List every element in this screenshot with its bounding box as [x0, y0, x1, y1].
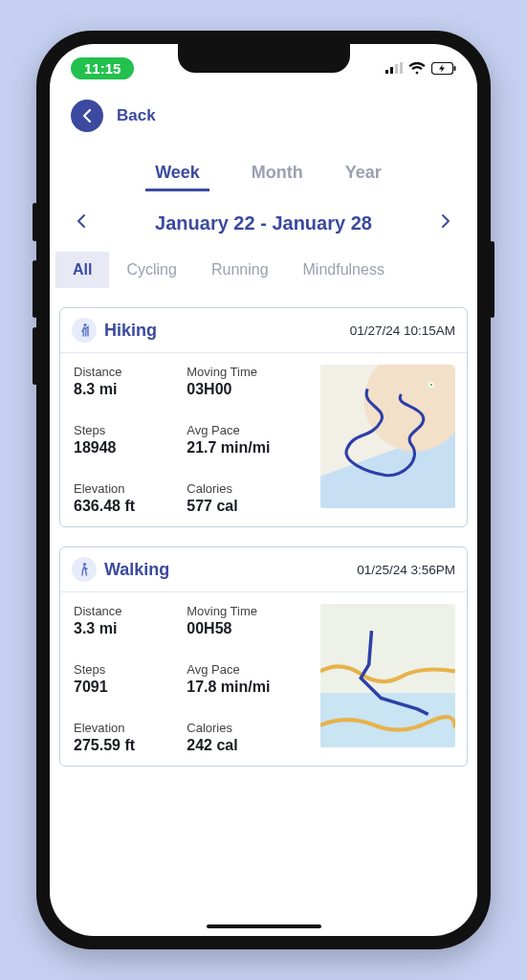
- stat-steps: Steps 18948: [74, 423, 177, 457]
- activity-list[interactable]: Hiking 01/27/24 10:15AM Distance 8.3 mi …: [50, 294, 477, 936]
- nav-header: Back: [50, 86, 477, 144]
- status-icons: [385, 62, 456, 75]
- screen: 11:15 Back Week Month Year January: [50, 44, 477, 936]
- filter-tab-all[interactable]: All: [55, 252, 109, 288]
- chevron-left-icon: [82, 109, 92, 122]
- phone-frame: 11:15 Back Week Month Year January: [36, 31, 491, 949]
- activity-title: Hiking: [104, 321, 157, 341]
- activity-timestamp: 01/27/24 10:15AM: [350, 323, 455, 338]
- home-indicator[interactable]: [207, 924, 321, 928]
- map-thumbnail[interactable]: [320, 365, 455, 508]
- mute-switch[interactable]: [33, 203, 37, 241]
- route-path-icon: [320, 365, 455, 500]
- cellular-icon: [385, 62, 403, 74]
- svg-rect-3: [400, 62, 403, 74]
- notch: [178, 44, 350, 73]
- activity-filter-tabs: All Cycling Running Mindfulness: [50, 246, 477, 294]
- svg-rect-5: [454, 66, 456, 71]
- stat-distance: Distance 8.3 mi: [74, 365, 177, 398]
- filter-tab-running[interactable]: Running: [194, 252, 286, 288]
- volume-up-button[interactable]: [33, 260, 37, 318]
- card-header: Walking 01/25/24 3:56PM: [60, 547, 467, 592]
- stat-moving-time: Moving Time 00H58: [187, 604, 311, 637]
- stat-distance: Distance 3.3 mi: [74, 604, 177, 637]
- svg-point-6: [83, 323, 86, 326]
- filter-tab-cycling[interactable]: Cycling: [109, 252, 193, 288]
- svg-point-7: [83, 563, 86, 566]
- stat-elevation: Elevation 636.48 ft: [74, 481, 177, 515]
- stat-steps: Steps 7091: [74, 662, 177, 696]
- date-range-label: January 22 - January 28: [155, 212, 372, 234]
- period-tabs: Week Month Year: [50, 144, 477, 197]
- stat-calories: Calories 242 cal: [187, 721, 311, 754]
- power-button[interactable]: [490, 241, 494, 318]
- activity-card-walking[interactable]: Walking 01/25/24 3:56PM Distance 3.3 mi …: [59, 546, 468, 767]
- stat-avg-pace: Avg Pace 17.8 min/mi: [187, 662, 311, 696]
- svg-rect-2: [395, 64, 398, 74]
- tab-year[interactable]: Year: [345, 163, 382, 191]
- route-path-icon: [320, 604, 455, 739]
- tab-week[interactable]: Week: [145, 163, 209, 191]
- tab-month[interactable]: Month: [252, 163, 303, 191]
- stat-elevation: Elevation 275.59 ft: [74, 721, 177, 754]
- date-next-button[interactable]: [441, 213, 450, 234]
- chevron-right-icon: [441, 213, 450, 229]
- map-thumbnail[interactable]: [320, 604, 455, 747]
- back-button[interactable]: [71, 100, 103, 132]
- card-body: Distance 8.3 mi Steps 18948 Elevation 63…: [60, 353, 467, 515]
- stat-moving-time: Moving Time 03H00: [187, 365, 311, 398]
- activity-timestamp: 01/25/24 3:56PM: [357, 563, 455, 577]
- svg-rect-1: [390, 67, 393, 74]
- activity-card-hiking[interactable]: Hiking 01/27/24 10:15AM Distance 8.3 mi …: [59, 307, 468, 527]
- volume-down-button[interactable]: [33, 327, 37, 385]
- stat-calories: Calories 577 cal: [187, 481, 311, 515]
- svg-rect-0: [385, 70, 388, 74]
- card-header: Hiking 01/27/24 10:15AM: [60, 308, 467, 353]
- filter-tab-mindfulness[interactable]: Mindfulness: [286, 252, 402, 288]
- date-navigator: January 22 - January 28: [50, 197, 477, 246]
- battery-charging-icon: [431, 62, 456, 75]
- card-body: Distance 3.3 mi Steps 7091 Elevation 275…: [60, 592, 467, 754]
- activity-title: Walking: [104, 560, 169, 580]
- date-prev-button[interactable]: [77, 213, 86, 234]
- stat-avg-pace: Avg Pace 21.7 min/mi: [187, 423, 311, 457]
- back-label[interactable]: Back: [117, 106, 156, 125]
- hiking-icon: [72, 318, 97, 343]
- chevron-left-icon: [77, 213, 86, 229]
- wifi-icon: [408, 62, 426, 75]
- status-time: 11:15: [71, 57, 134, 79]
- walking-icon: [72, 557, 97, 582]
